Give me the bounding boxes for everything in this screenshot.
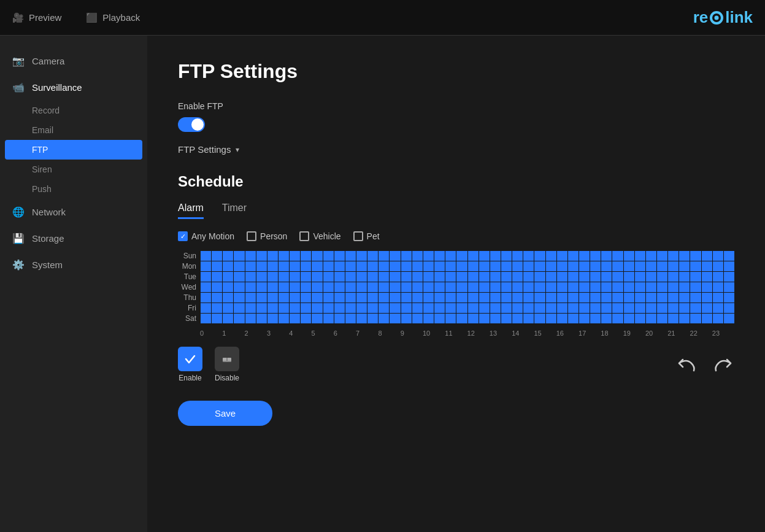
grid-cell[interactable] xyxy=(490,293,501,303)
grid-cell[interactable] xyxy=(334,314,345,323)
grid-cell[interactable] xyxy=(256,272,267,282)
grid-cell[interactable] xyxy=(546,272,556,282)
grid-cell[interactable] xyxy=(635,314,645,323)
grid-cell[interactable] xyxy=(356,293,367,303)
grid-cell[interactable] xyxy=(223,293,233,303)
tab-alarm[interactable]: Alarm xyxy=(178,202,204,219)
grid-cell[interactable] xyxy=(434,272,445,282)
grid-cell[interactable] xyxy=(579,314,590,323)
grid-cell[interactable] xyxy=(245,251,256,261)
grid-cell[interactable] xyxy=(568,251,579,261)
grid-cell[interactable] xyxy=(290,303,300,313)
grid-cell[interactable] xyxy=(557,303,567,313)
grid-cell[interactable] xyxy=(612,282,623,292)
grid-cell[interactable] xyxy=(345,261,356,271)
grid-cell[interactable] xyxy=(379,282,389,292)
grid-cell[interactable] xyxy=(412,293,423,303)
grid-cell[interactable] xyxy=(579,251,590,261)
sidebar-sub-ftp[interactable]: FTP xyxy=(5,140,142,160)
grid-cell[interactable] xyxy=(590,303,601,313)
grid-cell[interactable] xyxy=(423,272,434,282)
grid-cell[interactable] xyxy=(401,261,412,271)
grid-cell[interactable] xyxy=(490,303,501,313)
grid-cell[interactable] xyxy=(390,314,400,323)
grid-cell[interactable] xyxy=(568,303,579,313)
grid-cell[interactable] xyxy=(546,303,556,313)
grid-cell[interactable] xyxy=(345,293,356,303)
grid-cell[interactable] xyxy=(612,293,623,303)
sidebar-sub-push[interactable]: Push xyxy=(0,179,147,199)
grid-cell[interactable] xyxy=(534,314,545,323)
grid-cell[interactable] xyxy=(534,261,545,271)
sidebar-item-storage[interactable]: 💾 Storage xyxy=(0,225,147,252)
grid-cell[interactable] xyxy=(590,261,601,271)
grid-cell[interactable] xyxy=(379,293,389,303)
grid-cell[interactable] xyxy=(445,251,456,261)
grid-cell[interactable] xyxy=(702,314,712,323)
grid-cell[interactable] xyxy=(624,272,634,282)
grid-cell[interactable] xyxy=(724,272,734,282)
grid-cell[interactable] xyxy=(713,272,723,282)
grid-cell[interactable] xyxy=(279,272,289,282)
grid-cell[interactable] xyxy=(256,303,267,313)
grid-cell[interactable] xyxy=(312,303,322,313)
grid-cell[interactable] xyxy=(612,261,623,271)
grid-cell[interactable] xyxy=(624,261,634,271)
grid-cell[interactable] xyxy=(212,282,222,292)
grid-cell[interactable] xyxy=(312,282,322,292)
grid-cell[interactable] xyxy=(468,293,479,303)
grid-cell[interactable] xyxy=(245,303,256,313)
grid-cell[interactable] xyxy=(212,314,222,323)
grid-cell[interactable] xyxy=(323,272,334,282)
grid-cell[interactable] xyxy=(724,303,734,313)
grid-cell[interactable] xyxy=(245,314,256,323)
grid-cell[interactable] xyxy=(290,282,300,292)
grid-cell[interactable] xyxy=(523,272,534,282)
grid-cell[interactable] xyxy=(234,314,244,323)
grid-cell[interactable] xyxy=(612,314,623,323)
grid-cell[interactable] xyxy=(301,314,311,323)
grid-cell[interactable] xyxy=(379,251,389,261)
grid-cell[interactable] xyxy=(646,272,656,282)
grid-cell[interactable] xyxy=(301,282,311,292)
grid-cell[interactable] xyxy=(534,251,545,261)
grid-cell[interactable] xyxy=(223,303,233,313)
grid-cell[interactable] xyxy=(601,272,612,282)
enable-ftp-toggle[interactable] xyxy=(178,117,205,132)
grid-cell[interactable] xyxy=(267,314,278,323)
grid-cell[interactable] xyxy=(434,261,445,271)
grid-cell[interactable] xyxy=(334,272,345,282)
grid-cell[interactable] xyxy=(657,272,667,282)
grid-cell[interactable] xyxy=(557,251,567,261)
grid-cell[interactable] xyxy=(201,293,211,303)
grid-cell[interactable] xyxy=(534,293,545,303)
grid-cell[interactable] xyxy=(523,314,534,323)
grid-cell[interactable] xyxy=(423,314,434,323)
grid-cell[interactable] xyxy=(657,282,667,292)
grid-cell[interactable] xyxy=(279,314,289,323)
grid-cell[interactable] xyxy=(201,303,211,313)
grid-cell[interactable] xyxy=(456,272,467,282)
grid-cell[interactable] xyxy=(512,251,523,261)
grid-cell[interactable] xyxy=(256,314,267,323)
grid-cell[interactable] xyxy=(679,251,690,261)
grid-cell[interactable] xyxy=(290,314,300,323)
sidebar-item-surveillance[interactable]: 📹 Surveillance xyxy=(0,74,147,101)
grid-cell[interactable] xyxy=(624,282,634,292)
grid-cell[interactable] xyxy=(702,251,712,261)
grid-cell[interactable] xyxy=(412,251,423,261)
grid-cell[interactable] xyxy=(412,272,423,282)
grid-cell[interactable] xyxy=(713,293,723,303)
grid-cell[interactable] xyxy=(367,272,378,282)
grid-cell[interactable] xyxy=(267,272,278,282)
vehicle-check-box[interactable] xyxy=(299,231,309,241)
grid-cell[interactable] xyxy=(534,272,545,282)
grid-cell[interactable] xyxy=(679,272,690,282)
grid-cell[interactable] xyxy=(679,293,690,303)
grid-cell[interactable] xyxy=(724,293,734,303)
grid-cell[interactable] xyxy=(334,303,345,313)
grid-cell[interactable] xyxy=(334,251,345,261)
grid-cell[interactable] xyxy=(434,293,445,303)
grid-cell[interactable] xyxy=(279,261,289,271)
grid-cell[interactable] xyxy=(345,303,356,313)
